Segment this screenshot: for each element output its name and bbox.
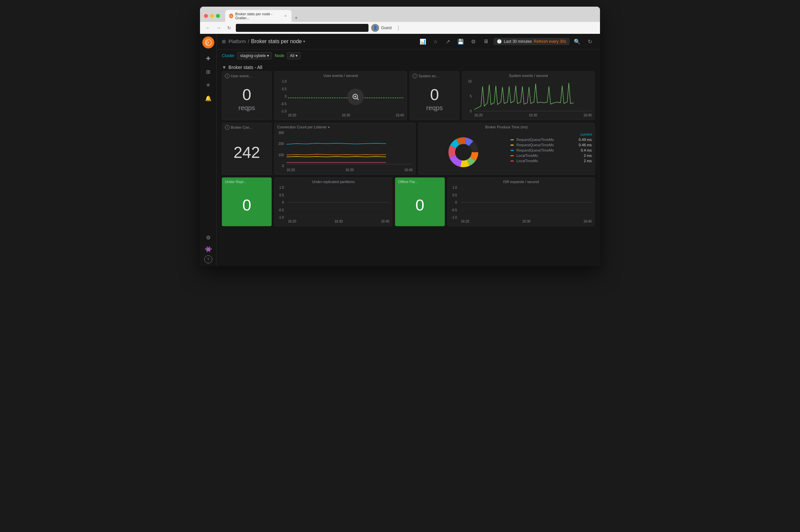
sidebar-item-dashboards[interactable]: ⊞ — [202, 66, 214, 78]
address-bar-row: ← → ↻ 👤 Guest ⋮ — [200, 22, 600, 34]
address-input[interactable] — [236, 24, 368, 32]
sidebar-help-button[interactable]: ? — [204, 255, 212, 263]
system-events-stat-panel: i System ev... 0 reqps — [409, 71, 459, 120]
section-collapse-icon[interactable]: ▼ — [222, 65, 227, 70]
forward-button[interactable]: → — [215, 24, 223, 32]
legend-value-4: 2 ms — [584, 154, 592, 157]
broker-produce-titlebar: Broker Produce Time (ms) — [419, 123, 594, 130]
broker-produce-title: Broker Produce Time (ms) — [421, 125, 592, 129]
bell-icon: 🔔 — [205, 95, 212, 101]
produce-time-current-header: current — [511, 132, 592, 136]
legend-row-5: LocalTimeMs 2 ms — [511, 159, 592, 163]
tab-close-button[interactable]: ✕ — [284, 14, 288, 18]
search-button[interactable]: 🔍 — [572, 37, 582, 46]
system-events-stat-body: 0 reqps — [410, 79, 459, 120]
cluster-filter-value: staging-cybele — [240, 53, 266, 58]
isr-chart-title: ISR expands / second — [448, 178, 594, 185]
user-events-x-axis: 16:20 16:30 16:40 — [288, 113, 404, 117]
under-repl-stat-panel: Under Repl... 0 — [222, 177, 272, 226]
legend-label-2: RequestQueueTimeMs — [516, 143, 576, 147]
settings-button[interactable]: ⚙ — [468, 37, 478, 46]
refresh-button[interactable]: ↻ — [585, 37, 595, 46]
node-filter-value: All — [290, 53, 294, 58]
browser-window: G Broker stats per node - Grafan... ✕ + … — [200, 7, 600, 266]
conn-count-dropdown-icon[interactable]: ▾ — [328, 126, 330, 129]
explore-icon: ✳ — [206, 82, 210, 88]
isr-y-axis: 1.0 0.5 0 -0.5 -1.0 — [448, 185, 458, 219]
produce-time-legend: current RequestQueueTimeMs 0.49 ms Reque — [508, 130, 594, 174]
topbar: ⊞ Platform / Broker stats per node ▾ 📊 — [216, 34, 600, 50]
reload-button[interactable]: ↻ — [225, 24, 233, 32]
sidebar-avatar[interactable]: 👾 — [204, 245, 213, 254]
share-button[interactable]: ↗ — [443, 37, 453, 46]
display-button[interactable]: 🖥 — [481, 37, 491, 46]
donut-chart-svg — [447, 136, 480, 169]
current-label: current — [580, 132, 592, 136]
legend-dot-5 — [511, 160, 514, 162]
refresh-icon: ↻ — [588, 38, 592, 45]
save-button[interactable]: 💾 — [456, 37, 466, 46]
clock-icon: 🕐 — [497, 39, 502, 44]
node-filter-select[interactable]: All ▾ — [287, 52, 301, 59]
legend-value-5: 2 ms — [584, 159, 592, 163]
more-options-button[interactable]: ⋮ — [394, 24, 402, 32]
system-events-x-axis: 16:20 16:30 16:40 — [474, 113, 592, 117]
breadcrumb-parent[interactable]: Platform — [229, 39, 246, 44]
grafana-logo[interactable] — [202, 37, 214, 49]
legend-label-4: LocalTimeMs — [516, 154, 581, 157]
user-events-chart-svg — [288, 80, 404, 113]
sidebar-item-add[interactable]: ✚ — [202, 52, 214, 64]
user-events-stat-panel: i User event... 0 reqps — [222, 71, 272, 120]
section-title: Broker stats - All — [229, 65, 262, 70]
star-button[interactable]: ☆ — [431, 37, 440, 46]
time-range-label: Last 30 minutes — [504, 39, 532, 44]
back-button[interactable]: ← — [204, 24, 212, 32]
cluster-dropdown-icon: ▾ — [267, 53, 269, 58]
active-tab[interactable]: G Broker stats per node - Grafan... ✕ — [225, 10, 291, 22]
sidebar-item-explore[interactable]: ✳ — [202, 79, 214, 91]
dropdown-arrow[interactable]: ▾ — [303, 39, 305, 44]
dashboard-grid: i User event... 0 reqps User events / se… — [216, 71, 600, 266]
broker-conn-info-icon[interactable]: i — [225, 125, 230, 130]
sidebar-item-settings[interactable]: ⚙ — [202, 231, 214, 244]
user-events-y-axis: 1.0 0.5 0 -0.5 -1.0 — [277, 78, 288, 113]
offline-par-stat-panel: Offline Par... 0 — [395, 177, 445, 226]
broker-produce-panel: Broker Produce Time (ms) — [418, 123, 595, 175]
new-tab-button[interactable]: + — [292, 14, 300, 22]
star-icon: ☆ — [433, 38, 438, 45]
legend-value-3: 0.4 ms — [581, 148, 592, 152]
minimize-traffic-light[interactable] — [210, 14, 214, 18]
tab-bar: G Broker stats per node - Grafan... ✕ + — [225, 10, 596, 22]
conn-count-title: Connection Count per Listener — [277, 125, 327, 129]
share-icon: ↗ — [446, 38, 450, 45]
offline-par-value: 0 — [415, 197, 424, 213]
user-events-stat-title: User event... — [231, 74, 251, 78]
under-repl-chart-title: Under-replicated partitions — [274, 178, 392, 185]
legend-label-1: RequestQueueTimeMs — [516, 138, 576, 141]
fullscreen-traffic-light[interactable] — [216, 14, 220, 18]
settings-icon: ⚙ — [471, 38, 476, 45]
sidebar-item-alerting[interactable]: 🔔 — [202, 92, 214, 104]
offline-par-stat-body: 0 — [395, 185, 444, 226]
panel-info-icon[interactable]: i — [225, 74, 230, 78]
close-traffic-light[interactable] — [204, 14, 208, 18]
add-panel-button[interactable]: 📊 — [418, 37, 428, 46]
system-stat-info-icon[interactable]: i — [413, 74, 417, 78]
conn-count-chart-panel: Connection Count per Listener ▾ 300 200 … — [274, 123, 416, 175]
tab-favicon: G — [229, 14, 233, 18]
time-range-picker[interactable]: 🕐 Last 30 minutes Refresh every 30s — [494, 38, 570, 45]
browser-titlebar: G Broker stats per node - Grafan... ✕ + — [200, 7, 600, 22]
system-events-unit: reqps — [426, 104, 443, 112]
legend-dot-2 — [511, 145, 514, 146]
legend-row-3: RequestQueueTimeMs 0.4 ms — [511, 148, 592, 152]
user-label: Guest — [381, 25, 392, 30]
tab-title: Broker stats per node - Grafan... — [235, 12, 281, 20]
user-events-chart-panel: User events / second 1.0 0.5 0 -0.5 -1.0 — [274, 71, 407, 120]
zoom-tooltip — [347, 89, 364, 105]
user-events-stat-body: 0 reqps — [222, 79, 271, 120]
cluster-filter-select[interactable]: staging-cybele ▾ — [237, 52, 272, 59]
user-events-chart-area: 1.0 0.5 0 -0.5 -1.0 — [274, 78, 407, 120]
section-header: ▼ Broker stats - All — [216, 62, 600, 71]
sidebar: ✚ ⊞ ✳ 🔔 ⚙ 👾 ? — [200, 34, 216, 266]
system-events-chart-title: System events / second — [462, 72, 594, 78]
